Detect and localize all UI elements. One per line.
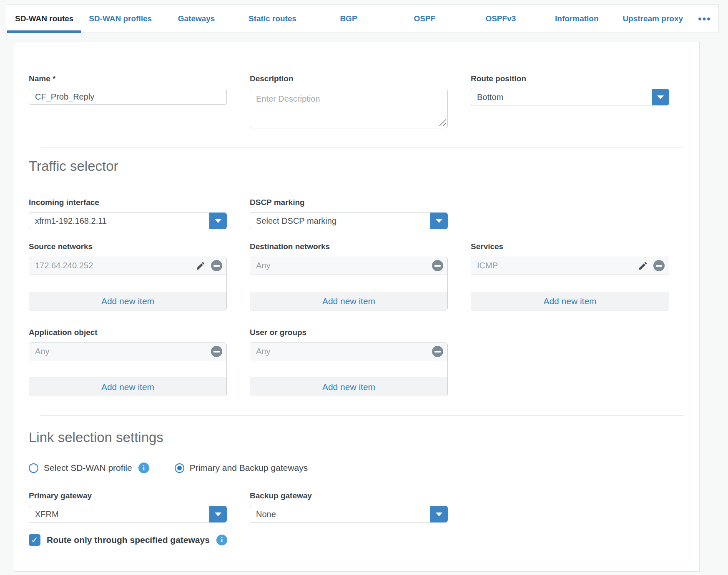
source-networks-label: Source networks	[29, 242, 227, 252]
list-item-text: ICMP	[477, 261, 638, 270]
description-field-group: Description	[250, 74, 448, 128]
check-icon: ✓	[31, 535, 38, 545]
destination-networks-label: Destination networks	[250, 242, 448, 252]
traffic-selector-heading: Traffic selector	[29, 157, 699, 175]
networks-services-row: Source networks 172.64.240.252 Add new i…	[29, 242, 699, 310]
route-only-checkbox[interactable]: ✓	[29, 534, 40, 546]
application-users-row: Application object Any Add new item User…	[29, 328, 699, 396]
list-item: ICMP	[471, 257, 669, 275]
tab-label: BGP	[340, 14, 357, 23]
tab-label: Information	[555, 14, 599, 23]
tab-sdwan-profiles[interactable]: SD-WAN profiles	[82, 5, 158, 32]
primary-gateway-value: XFRM	[29, 506, 209, 522]
primary-gateway-dropdown-button[interactable]	[209, 506, 227, 522]
add-new-item-button[interactable]: Add new item	[250, 292, 447, 310]
listbox-spacer	[29, 275, 226, 292]
destination-networks-field-group: Destination networks Any Add new item	[250, 242, 448, 310]
route-only-checkbox-row: ✓ Route only through specified gateways …	[29, 534, 699, 546]
gateways-row: Primary gateway XFRM Backup gateway None	[29, 491, 699, 522]
dscp-marking-field-group: DSCP marking Select DSCP marking	[250, 198, 448, 229]
primary-gateway-label: Primary gateway	[29, 491, 227, 501]
remove-item-icon[interactable]	[211, 260, 222, 271]
backup-gateway-label: Backup gateway	[250, 491, 448, 501]
services-label: Services	[471, 242, 669, 252]
remove-item-icon[interactable]	[432, 346, 443, 357]
incoming-interface-select[interactable]: xfrm1-192.168.2.11	[29, 212, 227, 229]
tab-label: OSPFv3	[485, 14, 516, 23]
more-tabs-ellipsis-icon[interactable]: •••	[691, 5, 718, 32]
dscp-marking-label: DSCP marking	[250, 198, 448, 208]
tab-gateways[interactable]: Gateways	[158, 5, 234, 32]
tab-label: SD-WAN routes	[15, 14, 73, 23]
tab-label: Gateways	[178, 14, 215, 23]
route-position-value: Bottom	[471, 89, 652, 105]
edit-pencil-icon[interactable]	[195, 260, 206, 271]
interface-dscp-row: Incoming interface xfrm1-192.168.2.11 DS…	[29, 198, 699, 229]
list-item: Any	[250, 343, 447, 360]
services-listbox: ICMP Add new item	[471, 257, 669, 310]
tab-label: SD-WAN profiles	[89, 14, 152, 23]
dscp-marking-value: Select DSCP marking	[250, 212, 430, 229]
incoming-interface-label: Incoming interface	[29, 198, 227, 208]
tab-sdwan-routes[interactable]: SD-WAN routes	[6, 5, 82, 32]
dscp-marking-dropdown-button[interactable]	[430, 212, 448, 229]
add-new-item-button[interactable]: Add new item	[29, 378, 226, 396]
radio-label: Primary and Backup gateways	[190, 463, 308, 473]
list-item-text: 172.64.240.252	[35, 261, 195, 270]
primary-gateway-select[interactable]: XFRM	[29, 506, 227, 522]
description-label: Description	[250, 74, 448, 84]
tab-label: OSPF	[414, 14, 436, 23]
incoming-interface-value: xfrm1-192.168.2.11	[29, 212, 209, 229]
chevron-down-icon	[657, 95, 664, 99]
application-object-listbox: Any Add new item	[29, 342, 227, 396]
listbox-spacer	[250, 275, 447, 292]
name-label: Name *	[29, 74, 227, 84]
chevron-down-icon	[436, 512, 442, 516]
chevron-down-icon	[215, 219, 221, 223]
dscp-marking-select[interactable]: Select DSCP marking	[250, 212, 448, 229]
tab-static-routes[interactable]: Static routes	[234, 5, 310, 32]
tab-label: Static routes	[249, 14, 296, 23]
tab-information[interactable]: Information	[539, 5, 615, 32]
link-selection-radio-row: Select SD-WAN profile i Primary and Back…	[29, 462, 699, 473]
info-icon[interactable]: i	[138, 462, 149, 473]
list-item: Any	[29, 343, 226, 360]
backup-gateway-field-group: Backup gateway None	[250, 491, 448, 522]
tab-ospf[interactable]: OSPF	[387, 5, 462, 32]
name-input[interactable]	[29, 89, 227, 105]
incoming-interface-dropdown-button[interactable]	[209, 212, 227, 229]
info-icon[interactable]: i	[216, 535, 227, 545]
list-item: Any	[250, 257, 447, 275]
primary-gateway-field-group: Primary gateway XFRM	[29, 491, 227, 522]
tab-ospfv3[interactable]: OSPFv3	[463, 5, 539, 32]
route-position-dropdown-button[interactable]	[652, 89, 669, 105]
route-position-select[interactable]: Bottom	[471, 89, 669, 105]
add-new-item-button[interactable]: Add new item	[471, 292, 669, 310]
radio-select-sdwan-profile[interactable]: Select SD-WAN profile	[29, 463, 132, 473]
description-textarea[interactable]	[250, 89, 448, 128]
divider	[40, 415, 684, 416]
add-new-item-button[interactable]: Add new item	[250, 378, 447, 396]
chevron-down-icon	[436, 219, 442, 223]
edit-pencil-icon[interactable]	[638, 260, 648, 271]
general-fields-row: Name * Description Route position Bottom	[29, 74, 699, 128]
divider	[40, 148, 684, 148]
tab-bgp[interactable]: BGP	[311, 5, 387, 32]
tab-label: Upstream proxy	[623, 14, 683, 23]
remove-item-icon[interactable]	[653, 260, 665, 271]
remove-item-icon[interactable]	[432, 260, 443, 271]
backup-gateway-dropdown-button[interactable]	[430, 506, 448, 522]
tab-upstream-proxy[interactable]: Upstream proxy	[615, 5, 691, 32]
route-position-label: Route position	[471, 74, 669, 84]
radio-primary-backup-gateways[interactable]: Primary and Backup gateways	[175, 463, 308, 473]
destination-networks-listbox: Any Add new item	[250, 257, 448, 310]
user-or-groups-label: User or groups	[250, 328, 448, 338]
source-networks-field-group: Source networks 172.64.240.252 Add new i…	[29, 242, 227, 310]
radio-icon	[175, 463, 184, 473]
backup-gateway-select[interactable]: None	[250, 506, 448, 522]
route-only-checkbox-label: Route only through specified gateways	[47, 535, 210, 545]
add-new-item-button[interactable]: Add new item	[29, 292, 226, 310]
list-item-text: Any	[35, 347, 211, 356]
remove-item-icon[interactable]	[211, 346, 222, 357]
listbox-spacer	[250, 360, 447, 378]
